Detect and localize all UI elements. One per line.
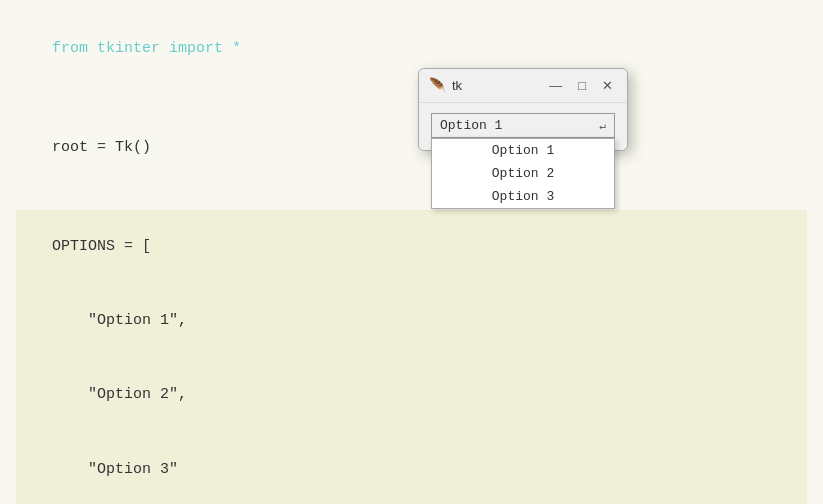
code-line-3: root = Tk() — [16, 111, 807, 185]
code-line-1: from tkinter import * — [16, 12, 807, 86]
code-line-6: "Option 1", — [16, 284, 807, 358]
option-menu-widget[interactable]: Option 1 ↵ Option 1 Option 2 Option 3 — [431, 113, 615, 138]
code-line-blank-2 — [16, 185, 807, 210]
code-line-8: "Option 3" — [16, 433, 807, 504]
tk-feather-icon: 🪶 — [429, 77, 446, 94]
option-dropdown-list: Option 1 Option 2 Option 3 — [431, 138, 615, 209]
keyword-from: from tkinter import * — [52, 40, 241, 57]
code-line-7: "Option 2", — [16, 359, 807, 433]
code-editor: from tkinter import * root = Tk() OPTION… — [0, 0, 823, 504]
code-option2: "Option 2", — [52, 386, 187, 403]
option-item-1[interactable]: Option 1 — [432, 139, 614, 162]
tk-minimize-button[interactable]: — — [545, 77, 566, 94]
tk-body: Option 1 ↵ Option 1 Option 2 Option 3 — [419, 103, 627, 150]
tk-window: 🪶 tk — □ ✕ Option 1 ↵ Option 1 Option 2 … — [418, 68, 628, 151]
tk-window-controls[interactable]: — □ ✕ — [545, 77, 617, 94]
option-item-2[interactable]: Option 2 — [432, 162, 614, 185]
option-item-3[interactable]: Option 3 — [432, 185, 614, 208]
code-root-tk: root = Tk() — [52, 139, 151, 156]
tk-title-text: tk — [452, 78, 462, 93]
tk-titlebar: 🪶 tk — □ ✕ — [419, 69, 627, 103]
tk-title-left: 🪶 tk — [429, 77, 462, 94]
option-menu-selected-value: Option 1 — [440, 118, 502, 133]
tk-close-button[interactable]: ✕ — [598, 77, 617, 94]
tk-maximize-button[interactable]: □ — [574, 77, 590, 94]
code-line-blank-1 — [16, 86, 807, 111]
option-menu-button[interactable]: Option 1 ↵ — [431, 113, 615, 138]
code-line-5: OPTIONS = [ — [16, 210, 807, 284]
code-option1: "Option 1", — [52, 312, 187, 329]
code-option3: "Option 3" — [52, 461, 178, 478]
option-menu-arrow-icon: ↵ — [599, 119, 606, 132]
code-options: OPTIONS = [ — [52, 238, 151, 255]
